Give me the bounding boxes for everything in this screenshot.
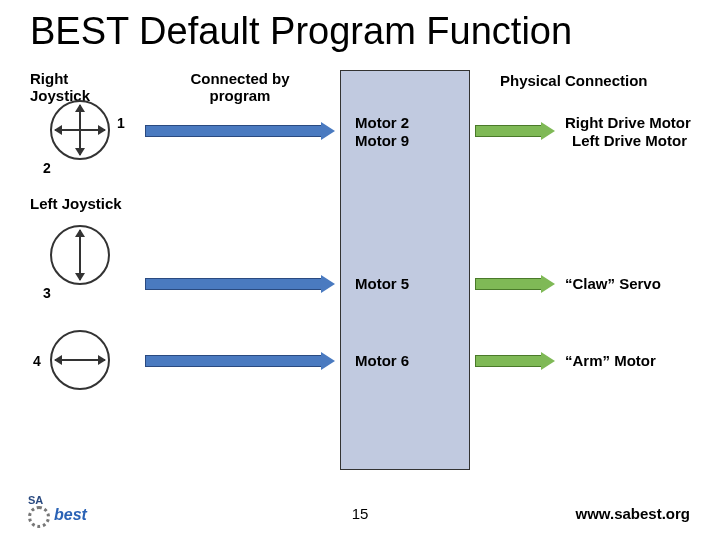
logo-best: best: [54, 506, 87, 523]
motor-label: Motor 2: [355, 114, 475, 131]
axis-number-1: 1: [117, 115, 125, 131]
header-connected: Connected by program: [185, 70, 295, 104]
connector-arrow-icon: [475, 122, 555, 140]
physical-label: “Claw” Servo: [565, 275, 661, 292]
header-left-joystick: Left Joystick: [30, 195, 122, 212]
motor-label: Motor 5: [355, 275, 475, 292]
motor-label: Motor 9: [355, 132, 475, 149]
connector-arrow-icon: [145, 352, 335, 370]
connector-arrow-icon: [145, 122, 335, 140]
connector-arrow-icon: [145, 275, 335, 293]
header-right-joystick: Right Joystick: [30, 70, 130, 104]
physical-label: Right Drive Motor: [565, 114, 691, 131]
connector-arrow-icon: [475, 275, 555, 293]
footer-url: www.sabest.org: [576, 505, 690, 522]
physical-label: Left Drive Motor: [572, 132, 687, 149]
logo-sa: SA: [28, 496, 87, 506]
axis-number-3: 3: [43, 285, 51, 301]
page-number: 15: [352, 505, 369, 522]
slide-title: BEST Default Program Function: [30, 10, 572, 53]
header-physical: Physical Connection: [500, 72, 670, 89]
physical-label: “Arm” Motor: [565, 352, 656, 369]
arrow-axis-horizontal-icon: [55, 359, 105, 361]
arrow-axis-vertical-icon: [79, 230, 81, 280]
arrow-axis-vertical-icon: [79, 105, 81, 155]
axis-number-2: 2: [43, 160, 51, 176]
logo: SA best: [28, 496, 87, 528]
connector-arrow-icon: [475, 352, 555, 370]
slide: BEST Default Program Function Right Joys…: [0, 0, 720, 540]
axis-number-4: 4: [33, 353, 41, 369]
motor-label: Motor 6: [355, 352, 475, 369]
gear-icon: [28, 506, 50, 528]
